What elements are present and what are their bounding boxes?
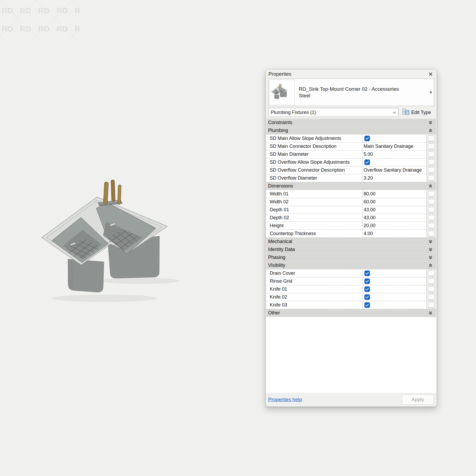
properties-help-link[interactable]: Properties help [268,397,302,402]
associate-parameter-button[interactable] [428,151,435,157]
type-dropdown-icon[interactable]: ▾ [430,90,432,95]
property-value-cell[interactable]: 4.00 [363,230,427,237]
associate-parameter-button[interactable] [428,199,435,205]
property-label: SD Overflow Allow Slope Adjustments [270,159,350,165]
properties-grid: Constraints Plumbing SD Main Allow Slope… [266,119,436,317]
filter-row: Plumbing Fixtures (1) Edit Type [268,108,434,117]
property-label: SD Overflow Connector Description [270,167,345,173]
close-icon[interactable]: ✕ [427,71,434,77]
property-value[interactable]: 80.00 [364,191,376,197]
apply-button[interactable]: Apply [402,395,434,405]
property-value[interactable]: 60.00 [364,199,376,205]
property-value[interactable]: 43.00 [364,207,376,213]
type-name-line2: Steel [299,92,399,99]
section-header-visibility[interactable]: Visibility [266,262,436,269]
expand-section-icon[interactable] [429,121,432,124]
property-row: Depth 0243.00 [266,214,436,222]
property-value-cell[interactable] [363,285,427,293]
property-value-cell[interactable] [363,301,427,309]
property-row: SD Main Connector DescriptionMain Sanita… [266,143,436,150]
rd-watermark-overlay: RD RD RD RD [0,0,79,40]
section-header-constraints[interactable]: Constraints [266,119,436,127]
panel-footer: Properties help Apply [266,393,437,406]
property-value-cell[interactable]: 43.00 [363,206,427,214]
property-value-cell[interactable] [363,135,427,142]
associate-parameter-button[interactable] [428,302,435,308]
expand-section-icon[interactable] [429,311,432,315]
property-value-cell[interactable]: Main Sanitary Drainage [363,143,427,150]
panel-title: Properties [268,71,291,77]
associate-cell [427,293,436,301]
associate-parameter-button[interactable] [428,135,435,141]
property-value[interactable]: Overflow Sanitary Drainage [364,167,422,173]
section-label: Plumbing [268,128,288,133]
section-header-identity-data[interactable]: Identity Data [266,246,436,254]
property-value-cell[interactable]: 20.00 [363,222,427,230]
associate-cell [427,174,436,182]
associate-parameter-button[interactable] [428,167,435,173]
associate-parameter-button[interactable] [428,286,435,292]
property-value[interactable]: 43.00 [364,215,376,221]
associate-parameter-button[interactable] [428,215,435,221]
associate-cell [427,206,436,214]
associate-parameter-button[interactable] [428,270,435,276]
property-value-cell[interactable]: 43.00 [363,214,427,222]
property-value[interactable]: Main Sanitary Drainage [364,144,413,149]
property-value[interactable]: 3.20 [364,175,373,181]
section-header-other[interactable]: Other [266,309,436,317]
associate-parameter-button[interactable] [428,175,435,181]
property-value[interactable]: 5.00 [364,152,373,157]
type-selector[interactable]: RD_Sink Top-Mount Corner 02 - Accessorie… [268,79,434,106]
property-label: Depth 02 [270,215,289,221]
section-header-mechanical[interactable]: Mechanical [266,238,436,246]
property-value[interactable]: 4.00 [364,231,373,236]
associate-parameter-button[interactable] [428,159,435,165]
collapse-section-icon[interactable] [429,129,432,132]
associate-parameter-button[interactable] [428,231,435,237]
property-label: Width 01 [270,191,289,197]
property-value-cell[interactable] [363,277,427,285]
associate-parameter-button[interactable] [428,207,435,213]
property-row: Knife 03 [266,301,436,309]
associate-parameter-button[interactable] [428,223,435,229]
associate-cell [427,166,436,174]
expand-section-icon[interactable] [429,256,432,259]
associate-cell [427,269,436,277]
property-label: Knife 03 [270,302,287,308]
property-value[interactable]: 20.00 [364,223,376,228]
expand-section-icon[interactable] [429,248,432,251]
associate-cell [427,285,436,293]
edit-type-button[interactable]: Edit Type [402,108,431,117]
property-checkbox[interactable] [364,286,370,292]
property-checkbox[interactable] [364,271,370,276]
property-value-cell[interactable] [363,269,427,277]
collapse-section-icon[interactable] [429,184,432,188]
property-checkbox[interactable] [364,294,370,300]
family-category-select[interactable]: Plumbing Fixtures (1) [268,108,399,117]
property-value-cell[interactable]: 3.20 [363,174,427,182]
collapse-section-icon[interactable] [429,264,432,267]
property-value-cell[interactable]: Overflow Sanitary Drainage [363,166,427,174]
property-row: SD Main Allow Slope Adjustments [266,135,436,143]
associate-parameter-button[interactable] [428,294,435,300]
property-row: SD Main Diameter5.00 [266,150,436,158]
associate-cell [427,277,436,285]
associate-parameter-button[interactable] [428,143,435,149]
property-checkbox[interactable] [364,302,370,308]
property-value-cell[interactable]: 5.00 [363,150,427,158]
property-value-cell[interactable]: 60.00 [363,198,427,206]
property-value-cell[interactable]: 80.00 [363,190,427,198]
property-checkbox[interactable] [364,278,370,284]
property-value-cell[interactable] [363,158,427,166]
associate-cell [427,158,436,166]
section-header-phasing[interactable]: Phasing [266,254,436,262]
associate-cell [427,143,436,150]
section-header-dimensions[interactable]: Dimensions [266,182,436,190]
associate-parameter-button[interactable] [428,191,435,197]
section-header-plumbing[interactable]: Plumbing [266,127,436,135]
property-checkbox[interactable] [364,136,370,141]
associate-parameter-button[interactable] [428,278,435,284]
expand-section-icon[interactable] [429,240,432,243]
property-checkbox[interactable] [364,159,370,165]
property-value-cell[interactable] [363,293,427,301]
